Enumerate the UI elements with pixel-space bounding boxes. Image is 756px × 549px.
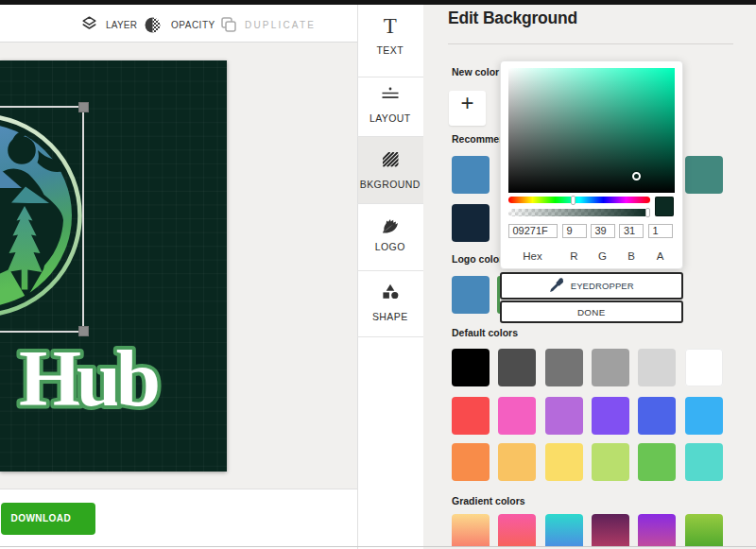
svg-text:Hub: Hub: [19, 334, 161, 422]
